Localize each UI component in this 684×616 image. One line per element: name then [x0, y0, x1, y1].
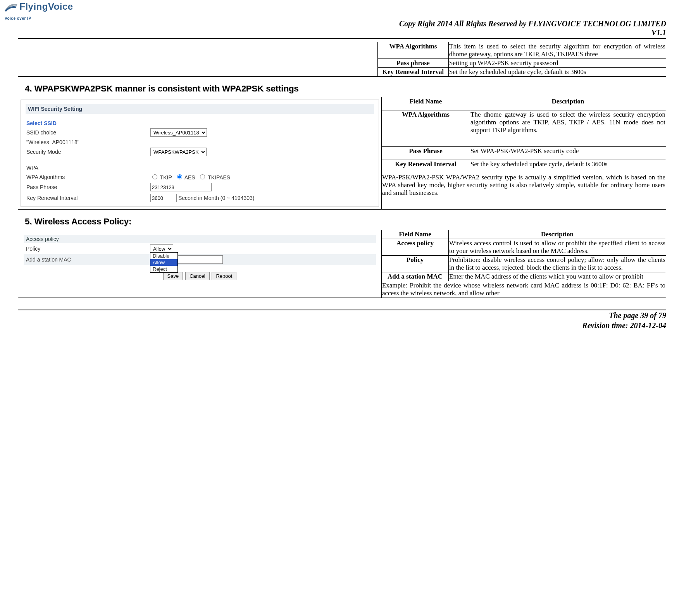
s4-desc-2: Set the key scheduled update cycle, defa… [470, 160, 666, 173]
sec5-mac-label: Add a station MAC [26, 256, 150, 263]
s5-hdr-desc: Description [449, 230, 666, 239]
s5-desc-2: Enter the MAC address of the clients whi… [449, 272, 666, 281]
s5-field-1: Policy [382, 256, 449, 272]
pass-phrase-input[interactable] [150, 183, 212, 191]
reboot-button[interactable]: Reboot [212, 272, 236, 280]
policy-opt-disable[interactable]: Disable [150, 253, 177, 259]
s4-desc-1: Set WPA-PSK/WPA2-PSK security code [470, 146, 666, 160]
sec4-shot: WIFI Security Setting Select SSID SSID c… [21, 100, 379, 207]
s5-hdr-field: Field Name [382, 230, 449, 239]
key-renewal-input[interactable] [150, 194, 177, 202]
s5-note: Example: Prohibit the device whose wirel… [382, 281, 666, 298]
policy-select[interactable]: Allow [150, 244, 173, 253]
section5-heading: 5. Wireless Access Policy: [25, 217, 666, 227]
sec4-ssid-choice-label: SSID choice [26, 129, 150, 136]
sec4-alg-label: WPA Algorithms [26, 174, 150, 180]
s4-field-0: WPA Algorithms [382, 110, 470, 147]
s4-desc-0: The dhome gateway is used to select the … [470, 110, 666, 147]
sec4-pass-label: Pass Phrase [26, 184, 150, 190]
sec4-shot-title: WIFI Security Setting [26, 104, 374, 114]
s4-hdr-desc: Description [470, 97, 666, 110]
sec4-mode-label: Security Mode [26, 149, 150, 155]
security-mode-select[interactable]: WPAPSKWPA2PSK [150, 148, 207, 156]
sec4-ssid-quoted: "Wireless_AP001118" [26, 139, 79, 145]
s5-desc-1: Prohibition: disable wireless access con… [449, 256, 666, 272]
header-version: V1.1 [18, 28, 666, 37]
alg-aes-radio[interactable]: AES [175, 173, 195, 181]
s4-field-2: Key Renewal Interval [382, 160, 470, 173]
table-wpa2psk: WPA Algorithms This item is used to sele… [18, 42, 666, 77]
s4-field-1: Pass Phrase [382, 146, 470, 160]
t1-desc-0: This item is used to select the security… [449, 42, 666, 59]
logo-tagline: Voice over IP [5, 16, 31, 21]
alg-tkip-radio[interactable]: TKIP [150, 173, 172, 181]
sec5-policy-label: Policy [26, 246, 150, 252]
section4-combo: WIFI Security Setting Select SSID SSID c… [18, 97, 666, 210]
t1-field-0: WPA Algorithms [378, 42, 449, 59]
s4-hdr-field: Field Name [382, 97, 470, 110]
policy-opt-allow[interactable]: Allow [150, 259, 177, 266]
footer-revision: Revision time: 2014-12-04 [18, 320, 666, 330]
save-button[interactable]: Save [163, 272, 183, 280]
header-copyright: Copy Right 2014 All Rights Reserved by F… [18, 19, 666, 28]
s5-desc-0: Wireless access control is used to allow… [449, 239, 666, 256]
ssid-choice-select[interactable]: Wireless_AP001118 [150, 128, 207, 137]
s5-field-2: Add a station MAC [382, 272, 449, 281]
section5-combo: Access policy Policy Allow Disable Allow [18, 230, 666, 298]
t1-desc-1: Setting up WPA2-PSK security password [449, 59, 666, 68]
sec5-shot-title: Access policy [26, 236, 59, 242]
s4-note: WPA-PSK/WPA2-PSK WPA/WPA2 security type … [382, 173, 666, 210]
station-mac-input[interactable] [177, 255, 223, 264]
cancel-button[interactable]: Cancel [185, 272, 209, 280]
policy-dropdown-open[interactable]: Disable Allow Reject [150, 252, 178, 273]
t1-field-1: Pass phrase [378, 59, 449, 68]
t1-desc-2: Set the key scheduled update cycle, defa… [449, 68, 666, 77]
t1-field-2: Key Renewal Interval [378, 68, 449, 77]
section4-heading: 4. WPAPSKWPA2PSK manner is consistent wi… [25, 84, 666, 94]
logo-swoosh-icon [5, 2, 18, 14]
alg-tkipaes-radio[interactable]: TKIPAES [198, 173, 230, 181]
s5-field-0: Access policy [382, 239, 449, 256]
policy-opt-reject[interactable]: Reject [150, 266, 177, 272]
logo: FlyingVoice Voice over IP [5, 2, 73, 21]
logo-name: FlyingVoice [19, 1, 73, 12]
sec4-wpa-head: WPA [26, 165, 38, 171]
footer-page: The page 39 of 79 [18, 310, 666, 320]
sec4-renew-label: Key Renewal Interval [26, 195, 150, 201]
header-divider [18, 38, 666, 39]
sec4-ssid-head: Select SSID [24, 118, 376, 127]
sec4-renew-suffix: Second in Month (0 ~ 4194303) [178, 195, 255, 201]
sec5-shot: Access policy Policy Allow Disable Allow [21, 232, 379, 283]
